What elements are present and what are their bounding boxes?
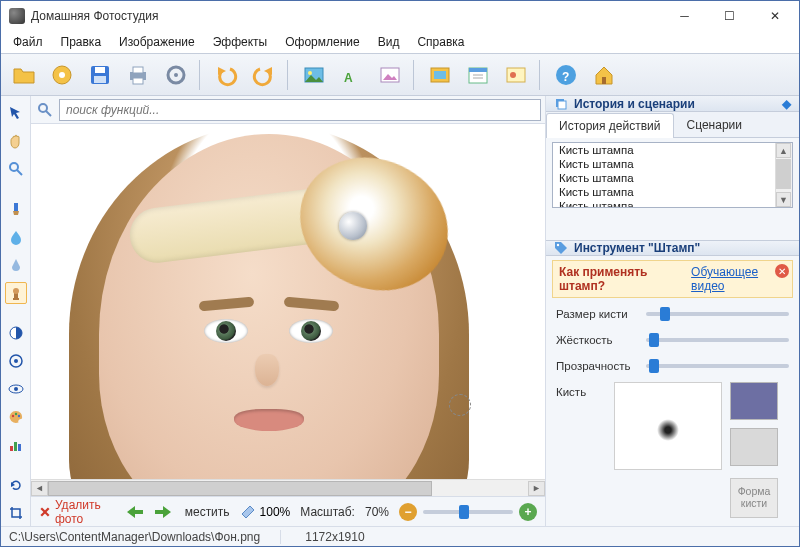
ruler-icon: [240, 504, 256, 520]
hardness-label: Жёсткость: [556, 334, 638, 346]
contrast-tool[interactable]: [5, 322, 27, 344]
palette-tool[interactable]: [5, 406, 27, 428]
next-button[interactable]: [151, 502, 175, 522]
svg-line-26: [17, 170, 22, 175]
color-swatch-1[interactable]: [730, 382, 778, 420]
minimize-button[interactable]: ─: [662, 2, 707, 30]
scroll-thumb[interactable]: [776, 159, 791, 189]
open-button[interactable]: [7, 58, 41, 92]
drop-tool[interactable]: [5, 226, 27, 248]
brush-tool[interactable]: [5, 198, 27, 220]
image-tool-button[interactable]: [297, 58, 331, 92]
print-button[interactable]: [121, 58, 155, 92]
scale-label: Масштаб:: [300, 505, 355, 519]
svg-rect-37: [10, 446, 13, 451]
prev-button[interactable]: [123, 502, 147, 522]
app-icon: [9, 8, 25, 24]
svg-point-21: [510, 72, 516, 78]
crop-tool[interactable]: [5, 502, 27, 524]
tutorial-link[interactable]: Обучающее видео: [691, 265, 786, 293]
svg-point-34: [11, 415, 13, 417]
menu-design[interactable]: Оформление: [277, 33, 367, 51]
brush-cursor: [449, 394, 471, 416]
status-dimensions: 1172x1910: [305, 530, 364, 544]
opacity-slider[interactable]: [646, 364, 789, 368]
history-list[interactable]: Кисть штампа Кисть штампа Кисть штампа К…: [552, 142, 793, 208]
tab-scenarios[interactable]: Сценарии: [674, 112, 755, 137]
settings-button[interactable]: [159, 58, 193, 92]
menu-effects[interactable]: Эффекты: [205, 33, 276, 51]
effects-button[interactable]: [373, 58, 407, 92]
eye-tool[interactable]: [5, 378, 27, 400]
stamp-tool[interactable]: [5, 282, 27, 304]
levels-tool[interactable]: [5, 434, 27, 456]
postcard-button[interactable]: [499, 58, 533, 92]
search-input[interactable]: [59, 99, 541, 121]
pin-icon[interactable]: ◆: [782, 97, 791, 111]
save-button[interactable]: [83, 58, 117, 92]
help-bar: Как применять штамп? Обучающее видео ✕: [552, 260, 793, 298]
toolbar-separator: [413, 60, 417, 90]
history-item[interactable]: Кисть штампа: [553, 199, 792, 208]
history-scrollbar[interactable]: ▲ ▼: [775, 143, 792, 207]
undo-button[interactable]: [209, 58, 243, 92]
delete-photo-button[interactable]: Удалить фото: [39, 498, 113, 526]
svg-point-46: [557, 244, 559, 246]
menu-help[interactable]: Справка: [409, 33, 472, 51]
brightness-tool[interactable]: [5, 350, 27, 372]
close-help-icon[interactable]: ✕: [775, 264, 789, 278]
color-swatch-2[interactable]: [730, 428, 778, 466]
history-tabs: История действий Сценарии: [546, 112, 799, 138]
zoom-tool[interactable]: [5, 158, 27, 180]
scroll-left-icon[interactable]: ◄: [31, 481, 48, 496]
menu-image[interactable]: Изображение: [111, 33, 203, 51]
menu-file[interactable]: Файл: [5, 33, 51, 51]
history-item[interactable]: Кисть штампа: [553, 171, 792, 185]
history-item[interactable]: Кисть штампа: [553, 157, 792, 171]
svg-point-33: [14, 387, 18, 391]
catalog-button[interactable]: [45, 58, 79, 92]
status-bar: C:\Users\ContentManager\Downloads\Фон.pn…: [1, 526, 799, 546]
help-button[interactable]: ?: [549, 58, 583, 92]
layers-icon: [554, 97, 568, 111]
zoom-slider[interactable]: [423, 510, 513, 514]
scroll-up-icon[interactable]: ▲: [776, 143, 791, 158]
svg-rect-6: [133, 67, 143, 73]
toolbar-separator: [287, 60, 291, 90]
canvas[interactable]: [31, 124, 545, 479]
menu-edit[interactable]: Правка: [53, 33, 110, 51]
hardness-slider[interactable]: [646, 338, 789, 342]
pointer-tool[interactable]: [5, 102, 27, 124]
status-path: C:\Users\ContentManager\Downloads\Фон.pn…: [9, 530, 281, 544]
frame-button[interactable]: [423, 58, 457, 92]
menu-view[interactable]: Вид: [370, 33, 408, 51]
text-tool-button[interactable]: A: [335, 58, 369, 92]
toolbar-separator: [199, 60, 203, 90]
scroll-right-icon[interactable]: ►: [528, 481, 545, 496]
size-slider[interactable]: [646, 312, 789, 316]
move-label: местить: [185, 505, 230, 519]
tab-history[interactable]: История действий: [546, 113, 674, 138]
brush-shape-button[interactable]: Форма кисти: [730, 478, 778, 518]
scroll-down-icon[interactable]: ▼: [776, 192, 791, 207]
rotate-tool[interactable]: [5, 474, 27, 496]
history-item[interactable]: Кисть штампа: [553, 143, 792, 157]
zoom-out-button[interactable]: −: [399, 503, 417, 521]
redo-button[interactable]: [247, 58, 281, 92]
zoom-in-button[interactable]: +: [519, 503, 537, 521]
hand-tool[interactable]: [5, 130, 27, 152]
blur-tool[interactable]: [5, 254, 27, 276]
zoom-100-button[interactable]: 100%: [240, 504, 291, 520]
help-question: Как применять штамп?: [559, 265, 685, 293]
svg-rect-7: [133, 78, 143, 84]
scroll-thumb[interactable]: [48, 481, 432, 496]
brush-preview[interactable]: [614, 382, 722, 470]
horizontal-scrollbar[interactable]: ◄ ►: [31, 479, 545, 496]
photo-preview: [39, 124, 529, 479]
maximize-button[interactable]: ☐: [707, 2, 752, 30]
calendar-button[interactable]: [461, 58, 495, 92]
home-button[interactable]: [587, 58, 621, 92]
close-button[interactable]: ✕: [752, 2, 797, 30]
tool-panel-header: Инструмент "Штамп": [546, 240, 799, 256]
history-item[interactable]: Кисть штампа: [553, 185, 792, 199]
